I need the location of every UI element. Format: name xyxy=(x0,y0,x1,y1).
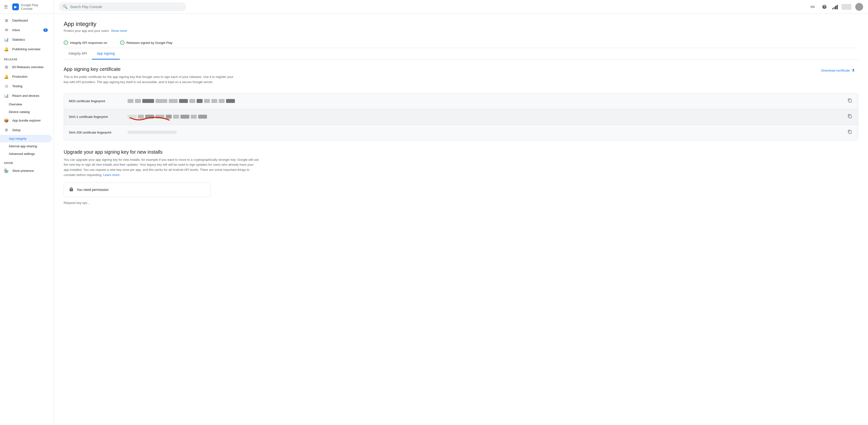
copy-button-sha256[interactable] xyxy=(847,129,853,136)
tab-integrity-api[interactable]: Integrity API xyxy=(64,48,92,60)
copy-button-sha1[interactable] xyxy=(847,113,853,121)
download-certificate-button[interactable]: Download certificate xyxy=(818,66,858,74)
sidebar-subitem-overview[interactable]: Overview xyxy=(0,101,52,108)
sidebar-item-label: Dashboard xyxy=(12,19,28,22)
testing-icon: ⊙ xyxy=(4,84,9,88)
status-separator: · xyxy=(113,40,114,45)
cert-value-sha1 xyxy=(128,115,842,119)
learn-more-link[interactable]: Learn more xyxy=(103,173,119,177)
cert-label-md5: MD5 certificate fingerprint xyxy=(69,99,123,103)
search-bar[interactable]: 🔍 xyxy=(59,2,186,11)
hash-block xyxy=(173,115,179,119)
production-icon: 🔔 xyxy=(4,74,9,79)
sidebar-subitem-label: Advanced settings xyxy=(9,152,35,155)
topbar: 🔍 xyxy=(54,0,868,14)
store-icon: 🏪 xyxy=(4,168,9,173)
sidebar-item-reach-devices[interactable]: 📊 Reach and devices xyxy=(0,91,52,101)
sidebar-item-statistics[interactable]: 📊 Statistics xyxy=(0,35,52,45)
hash-block xyxy=(181,115,189,119)
permission-box: You need permission xyxy=(64,182,211,197)
sidebar-subitem-internal-app-sharing[interactable]: Internal app sharing xyxy=(0,142,52,150)
search-icon: 🔍 xyxy=(63,4,68,9)
cert-label-sha256: SHA-256 certificate fingerprint xyxy=(69,131,123,134)
sidebar-item-store-presence[interactable]: 🏪 Store presence xyxy=(0,166,52,175)
main-area: 🔍 App integrity Protect your xyxy=(54,0,868,425)
signal-bars xyxy=(832,4,838,9)
release-section-label: Release xyxy=(0,54,54,62)
publishing-icon: 🔔 xyxy=(4,47,9,52)
sidebar-subitem-device-catalog[interactable]: Device catalog xyxy=(0,108,52,116)
sidebar-item-releases-overview[interactable]: ⊞ 83 Releases overview xyxy=(0,62,52,72)
hash-block xyxy=(191,115,197,119)
sidebar-subitem-label: Internal app sharing xyxy=(9,144,37,148)
sidebar-item-app-bundle-explorer[interactable]: 📦 App bundle explorer xyxy=(0,116,52,125)
copy-button-md5[interactable] xyxy=(847,97,853,105)
section-title: App signing key certificate xyxy=(64,66,235,72)
search-input[interactable] xyxy=(70,5,182,9)
dashboard-icon: ⊞ xyxy=(4,18,9,23)
sidebar-item-production[interactable]: 🔔 Production xyxy=(0,72,52,81)
status-item-releases: ✓ Releases signed by Google Play xyxy=(120,40,173,45)
sidebar-item-label: Testing xyxy=(12,84,22,88)
hash-block xyxy=(128,99,133,103)
hash-block xyxy=(179,99,188,103)
sidebar-item-testing[interactable]: ⊙ Testing xyxy=(0,81,52,91)
cert-hash-sha256 xyxy=(128,131,177,134)
sidebar-item-label: Production xyxy=(12,75,27,79)
sidebar-nav: ⊞ Dashboard ✉ Inbox 5 📊 Statistics 🔔 Pub… xyxy=(0,14,54,425)
show-more-link[interactable]: Show more xyxy=(111,29,127,33)
sidebar-item-inbox[interactable]: ✉ Inbox 5 xyxy=(0,25,52,35)
lock-icon xyxy=(69,187,74,193)
sidebar: ☰ ▶ Google Play Console ⊞ Dashboard ✉ In… xyxy=(0,0,54,425)
content-area: App integrity Protect your app and your … xyxy=(54,14,868,425)
status-row: ✓ Integrity API responses on · ✓ Release… xyxy=(64,37,858,48)
request-key-label: Request key upc... xyxy=(64,201,858,205)
sidebar-item-publishing-overview[interactable]: 🔔 Publishing overview xyxy=(0,45,52,54)
sidebar-subitem-advanced-settings[interactable]: Advanced settings xyxy=(0,150,52,158)
hash-block xyxy=(219,99,225,103)
help-icon[interactable] xyxy=(820,3,828,11)
certificate-table: MD5 certificate fingerprint xyxy=(64,93,858,140)
hash-block xyxy=(145,115,154,119)
tabs: Integrity API App signing xyxy=(64,48,858,60)
sidebar-item-label: Statistics xyxy=(12,38,25,41)
upgrade-description: You can upgrade your app signing key for… xyxy=(64,158,259,178)
grow-section-label: Grow xyxy=(0,158,54,166)
hash-block xyxy=(128,115,136,119)
cert-label-sha1: SHA-1 certificate fingerprint xyxy=(69,115,123,119)
topbar-actions xyxy=(809,3,863,11)
sidebar-item-setup[interactable]: ⚙ Setup xyxy=(0,125,52,135)
statistics-icon: 📊 xyxy=(4,37,9,42)
hash-block xyxy=(198,115,207,119)
sidebar-item-label: Inbox xyxy=(12,28,20,32)
cert-row-sha256: SHA-256 certificate fingerprint xyxy=(64,125,858,140)
hash-block xyxy=(138,115,144,119)
cert-value-md5 xyxy=(128,99,842,103)
sidebar-item-label: 83 Releases overview xyxy=(12,65,43,69)
sidebar-subitem-label: App integrity xyxy=(9,137,27,140)
avatar[interactable] xyxy=(855,3,863,11)
thumbnail-placeholder xyxy=(841,4,851,10)
sidebar-item-label: Reach and devices xyxy=(12,94,39,97)
tab-app-signing[interactable]: App signing xyxy=(92,48,120,60)
hash-block xyxy=(169,99,178,103)
hash-block xyxy=(189,99,195,103)
cert-hash-sha1 xyxy=(128,115,207,119)
logo-text: Google Play Console xyxy=(21,3,50,10)
page-title: App integrity xyxy=(64,21,858,27)
sidebar-item-label: Setup xyxy=(12,128,21,132)
sidebar-item-label: Publishing overview xyxy=(12,47,40,51)
hash-block xyxy=(204,99,210,103)
sidebar-item-dashboard[interactable]: ⊞ Dashboard xyxy=(0,16,52,25)
cert-row-sha1: SHA-1 certificate fingerprint xyxy=(64,109,858,125)
hash-block xyxy=(211,99,217,103)
inbox-icon: ✉ xyxy=(4,28,9,32)
download-icon xyxy=(851,68,855,72)
hamburger-icon[interactable]: ☰ xyxy=(4,4,8,9)
sidebar-subitem-app-integrity[interactable]: App integrity xyxy=(0,135,52,142)
signal-bar-1 xyxy=(832,8,833,9)
hash-block xyxy=(166,115,172,119)
sidebar-subitem-label: Overview xyxy=(9,103,22,106)
upgrade-title: Upgrade your app signing key for new ins… xyxy=(64,149,858,155)
link-icon[interactable] xyxy=(809,3,816,11)
